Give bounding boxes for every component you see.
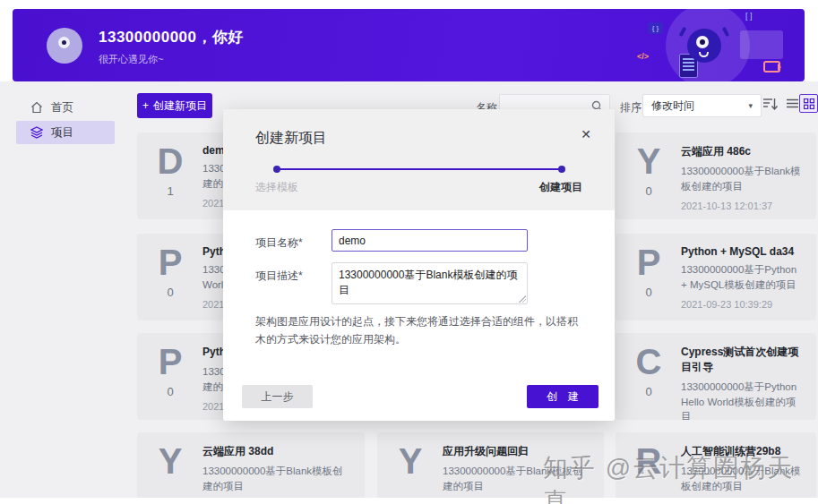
project-title: Cypress测试首次创建项目引导 [681,345,803,375]
bracket-badge-icon: [ ] [745,12,753,21]
step-select-template: 选择模板 [255,180,298,195]
home-icon [30,101,43,114]
layers-icon [30,126,43,139]
project-letter-icon: Y [151,444,190,478]
braces-badge-icon: { } [648,22,663,34]
plus-icon: + [142,99,149,112]
project-letter-icon: R [629,444,668,478]
project-count: 0 [629,286,668,299]
project-count: 0 [151,286,190,299]
project-letter-icon: D [151,144,190,178]
resize-handle-icon[interactable] [518,295,526,303]
app-window: 13300000000，你好 很开心遇见你~ { } </> [ ] 首页 项目 [0,0,818,504]
code-badge-icon: </> [637,52,649,61]
project-count: 0 [151,385,190,398]
project-title: 应用升级问题回归 [443,444,590,459]
stepper-dot-done [273,166,280,173]
project-desc-label: 项目描述* [255,269,303,284]
create-project-modal: 创建新项目 ✕ 选择模板 创建项目 项目名称* 项目描述* 1330000000… [223,109,615,421]
project-description: 13300000000基于Blank模板创建的项目 [443,464,590,493]
bottom-clip-strip [0,498,818,504]
modal-header: 创建新项目 ✕ 选择模板 创建项目 [223,109,615,210]
project-card[interactable]: Y 应用升级问题回归 13300000000基于Blank模板创建的项目 [377,432,604,504]
grid-view-button[interactable] [799,94,818,113]
sort-label: 排序 [620,100,641,115]
create-project-button[interactable]: + 创建新项目 [137,93,212,118]
project-date: 2021-09-23 10:39:29 [681,299,803,310]
sidebar-item-home[interactable]: 首页 [16,96,115,119]
sort-dropdown[interactable]: 修改时间 ▾ [642,94,762,117]
camera-icon [763,61,780,73]
project-description: 13300000000基于Blank模板创建的项目 [681,164,803,193]
project-card[interactable]: Y 0 云端应用 486c 13300000000基于Blank模板创建的项目 … [616,132,816,219]
project-letter-icon: C [629,345,668,379]
project-letter-icon: Y [391,444,430,478]
chevron-down-icon: ▾ [748,101,753,110]
project-description: 13300000000基于Python + MySQL模板创建的项目 [681,262,803,292]
previous-step-button[interactable]: 上一步 [242,385,313,408]
avatar-eye-icon [58,37,70,48]
create-project-label: 创建新项目 [153,98,207,114]
project-description: 13300000000基于Blank模板创建的项目 [681,464,803,493]
project-description: 13300000000基于Python Hello World模板创建的项目 [681,380,803,420]
project-card[interactable]: C 0 Cypress测试首次创建项目引导 13300000000基于Pytho… [616,333,816,420]
grid-view-icon [804,98,814,109]
step-create-project: 创建项目 [539,180,582,195]
greeting-subtitle: 很开心遇见你~ [99,53,244,66]
list-view-icon [786,97,799,109]
modal-title: 创建新项目 [255,129,327,148]
project-card[interactable]: Y 云端应用 38dd 13300000000基于Blank模板创建的项目 [137,432,365,504]
sort-order-button[interactable] [762,97,779,115]
project-name-label: 项目名称* [255,235,303,251]
sidebar-home-label: 首页 [51,100,73,115]
modal-helper-text: 架构图是应用设计的起点，接下来您将通过选择合适的组件，以搭积木的方式来设计您的应… [255,313,585,349]
project-title: 人工智能训练营29b8 [681,444,803,459]
close-icon[interactable]: ✕ [581,127,591,141]
project-title: 云端应用 38dd [202,444,351,459]
project-description: 13300000000基于Blank模板创建的项目 [202,464,351,493]
create-button[interactable]: 创 建 [527,385,598,408]
user-avatar [47,28,82,64]
project-name-input[interactable] [332,229,528,252]
project-title: 云端应用 486c [681,144,803,159]
stepper-dot-active [558,166,565,173]
sort-descending-icon [762,97,779,111]
sort-dropdown-value: 修改时间 [651,98,694,114]
robot-mascot-icon [687,29,721,63]
project-letter-icon: P [151,245,190,279]
project-card[interactable]: R 人工智能训练营29b8 13300000000基于Blank模板创建的项目 [616,432,816,504]
list-view-button[interactable] [786,97,799,113]
greeting-title: 13300000000，你好 [99,27,244,47]
project-date: 2021-10-13 12:01:37 [681,201,803,211]
welcome-banner: 13300000000，你好 很开心遇见你~ { } </> [ ] [13,9,805,81]
project-letter-icon: Y [629,144,668,178]
sidebar-item-projects[interactable]: 项目 [16,121,115,144]
project-count: 0 [629,385,668,398]
window-panel-icon [740,30,783,59]
stepper-line [277,168,564,170]
project-card[interactable]: P 0 Python + MySQL da34 13300000000基于Pyt… [616,234,816,320]
project-title: Python + MySQL da34 [681,245,803,258]
project-letter-icon: P [151,345,190,379]
project-count: 0 [629,184,668,198]
project-desc-textarea[interactable]: 13300000000基于Blank模板创建的项目 [332,262,528,304]
project-count: 1 [151,184,190,198]
project-letter-icon: P [629,245,668,279]
sidebar-projects-label: 项目 [51,125,73,141]
